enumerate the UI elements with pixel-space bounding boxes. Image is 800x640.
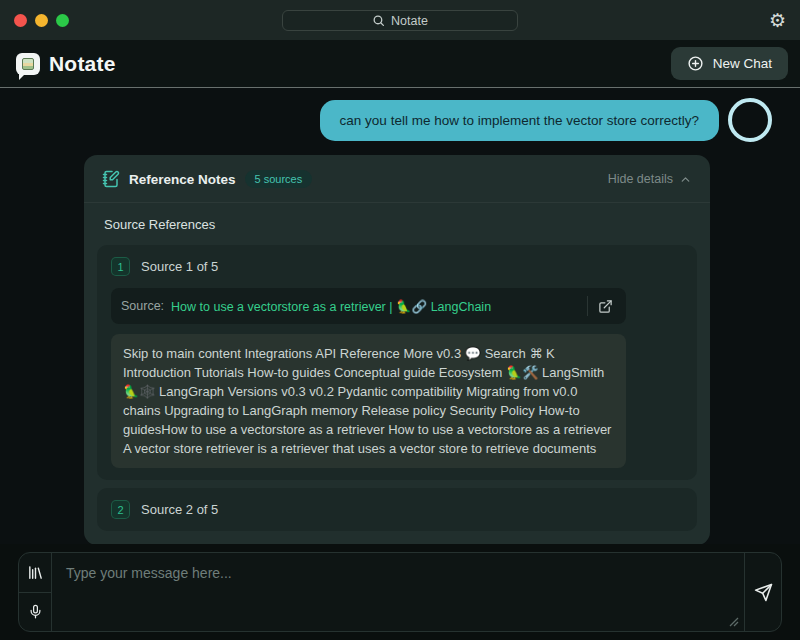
search-value: Notate bbox=[391, 14, 428, 28]
search-icon bbox=[372, 14, 385, 27]
source-link-row: Source: How to use a vectorstore as a re… bbox=[111, 288, 626, 324]
source-card-1: 1 Source 1 of 5 Source: How to use a vec… bbox=[97, 245, 697, 480]
user-message-row: can you tell me how to implement the vec… bbox=[0, 88, 800, 142]
source-1-heading: 1 Source 1 of 5 bbox=[111, 257, 683, 276]
message-input[interactable] bbox=[52, 553, 744, 631]
close-button[interactable] bbox=[14, 14, 27, 27]
new-chat-label: New Chat bbox=[713, 56, 772, 71]
hide-details-toggle[interactable]: Hide details bbox=[608, 172, 692, 186]
external-link-icon[interactable] bbox=[595, 299, 616, 314]
microphone-icon bbox=[28, 604, 43, 619]
source-excerpt: Skip to main content Integrations API Re… bbox=[111, 334, 626, 468]
logo-note-glyph bbox=[22, 58, 34, 70]
message-input-area bbox=[52, 553, 744, 631]
hide-details-label: Hide details bbox=[608, 172, 673, 186]
divider bbox=[587, 296, 588, 316]
library-icon bbox=[27, 564, 44, 581]
new-chat-button[interactable]: New Chat bbox=[671, 47, 788, 80]
source-link[interactable]: How to use a vectorstore as a retriever … bbox=[171, 299, 580, 314]
chevron-up-icon bbox=[679, 173, 692, 186]
user-message-bubble: can you tell me how to implement the vec… bbox=[320, 100, 719, 141]
source-2-heading: 2 Source 2 of 5 bbox=[111, 500, 683, 519]
source-references-label: Source References bbox=[84, 203, 710, 245]
reference-notes-header: Reference Notes 5 sources Hide details bbox=[84, 155, 710, 203]
resize-grip[interactable] bbox=[729, 617, 739, 627]
reference-notes-title: Reference Notes bbox=[129, 172, 236, 187]
source-prefix-label: Source: bbox=[121, 299, 164, 313]
source-card-2: 2 Source 2 of 5 bbox=[97, 488, 697, 531]
notate-logo-icon bbox=[16, 53, 40, 75]
source-number-badge: 2 bbox=[111, 500, 130, 519]
titlebar: Notate ⚙ bbox=[0, 0, 800, 40]
reference-notes-card: Reference Notes 5 sources Hide details S… bbox=[84, 155, 710, 544]
send-button[interactable] bbox=[744, 553, 781, 631]
zoom-button[interactable] bbox=[56, 14, 69, 27]
source-label: Source 1 of 5 bbox=[141, 259, 218, 274]
user-avatar bbox=[728, 98, 772, 142]
source-number-badge: 1 bbox=[111, 257, 130, 276]
minimize-button[interactable] bbox=[35, 14, 48, 27]
library-button[interactable] bbox=[19, 553, 51, 593]
composer-side-column bbox=[19, 553, 52, 631]
settings-gear-icon[interactable]: ⚙ bbox=[769, 11, 786, 30]
microphone-button[interactable] bbox=[19, 593, 51, 632]
titlebar-search[interactable]: Notate bbox=[282, 10, 518, 31]
app-title: Notate bbox=[49, 52, 116, 76]
traffic-lights bbox=[14, 14, 69, 27]
message-composer bbox=[18, 552, 782, 632]
notebook-pen-icon bbox=[102, 170, 120, 188]
composer-section bbox=[0, 544, 800, 640]
plus-circle-icon bbox=[687, 55, 704, 72]
sources-count-badge: 5 sources bbox=[245, 170, 313, 188]
app-header: Notate New Chat bbox=[0, 40, 800, 88]
source-label: Source 2 of 5 bbox=[141, 502, 218, 517]
send-icon bbox=[754, 583, 773, 602]
chat-area: can you tell me how to implement the vec… bbox=[0, 88, 800, 544]
